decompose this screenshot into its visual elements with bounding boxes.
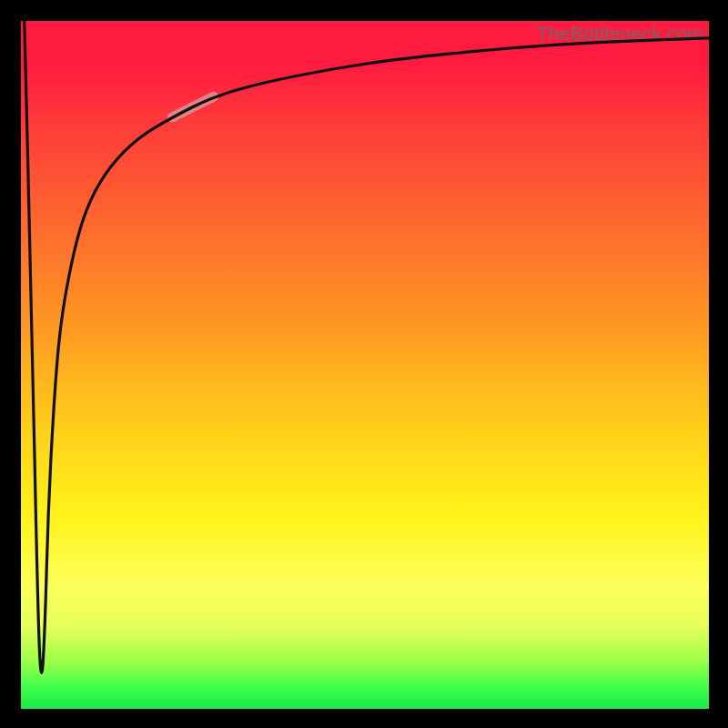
chart-frame: TheBottleneck.com	[0, 0, 728, 728]
curve-layer	[21, 21, 709, 709]
bottleneck-curve	[25, 21, 709, 672]
plot-area: TheBottleneck.com	[21, 21, 709, 709]
